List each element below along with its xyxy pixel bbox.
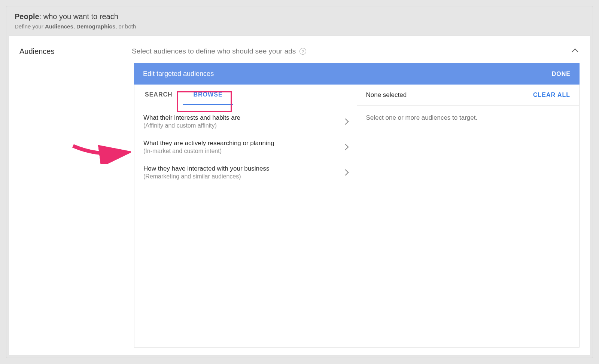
collapse-chevron-up-icon[interactable] [572, 49, 578, 55]
tabs: SEARCH BROWSE [134, 85, 357, 105]
panel-header-title: Edit targeted audiences [143, 70, 214, 78]
browse-item-sub: (In-market and custom intent) [143, 148, 274, 155]
browse-list: What their interests and habits are (Aff… [134, 105, 357, 189]
audiences-panel: Edit targeted audiences DONE SEARCH BROW… [134, 63, 580, 348]
panel-header: Edit targeted audiences DONE [134, 63, 580, 85]
browse-item-title: What their interests and habits are [143, 114, 240, 122]
help-icon[interactable]: ? [300, 48, 306, 55]
section-header: People: who you want to reach Define you… [6, 6, 593, 36]
card-left-label: Audiences [19, 47, 132, 56]
browse-item-interests[interactable]: What their interests and habits are (Aff… [134, 109, 357, 134]
people-section: People: who you want to reach Define you… [6, 6, 593, 358]
selection-header: None selected CLEAR ALL [357, 85, 580, 106]
done-button[interactable]: DONE [552, 71, 571, 77]
browse-item-sub: (Remarketing and similar audiences) [143, 173, 269, 180]
card-subheader-text: Select audiences to define who should se… [132, 47, 296, 55]
tab-browse-label: BROWSE [194, 91, 223, 98]
panel-right: None selected CLEAR ALL Select one or mo… [357, 85, 580, 347]
active-tab-underline [183, 104, 233, 105]
browse-item-sub: (Affinity and custom affinity) [143, 122, 240, 129]
chevron-right-icon [342, 169, 349, 176]
chevron-right-icon [342, 144, 349, 150]
chevron-right-icon [342, 119, 349, 125]
selection-placeholder: Select one or more audiences to target. [357, 106, 580, 130]
section-subtitle: Define your Audiences, Demographics, or … [15, 23, 584, 30]
card-subheader: Select audiences to define who should se… [132, 47, 573, 55]
audiences-card: Audiences Select audiences to define who… [9, 36, 590, 355]
section-title: People: who you want to reach [15, 12, 584, 21]
clear-all-button[interactable]: CLEAR ALL [533, 92, 570, 98]
section-title-bold: People [15, 12, 39, 21]
section-title-rest: : who you want to reach [39, 12, 118, 21]
browse-item-title: How they have interacted with your busin… [143, 165, 269, 172]
browse-item-in-market[interactable]: What they are actively researching or pl… [134, 134, 357, 160]
panel-left: SEARCH BROWSE What their interests and h… [134, 85, 357, 347]
panel-body: SEARCH BROWSE What their interests and h… [134, 85, 580, 348]
tab-browse[interactable]: BROWSE [183, 85, 233, 105]
card-header-row: Audiences Select audiences to define who… [9, 36, 590, 63]
browse-item-remarketing[interactable]: How they have interacted with your busin… [134, 160, 357, 185]
tab-search[interactable]: SEARCH [134, 85, 183, 105]
browse-item-title: What they are actively researching or pl… [143, 140, 274, 147]
selection-count-label: None selected [366, 91, 407, 99]
